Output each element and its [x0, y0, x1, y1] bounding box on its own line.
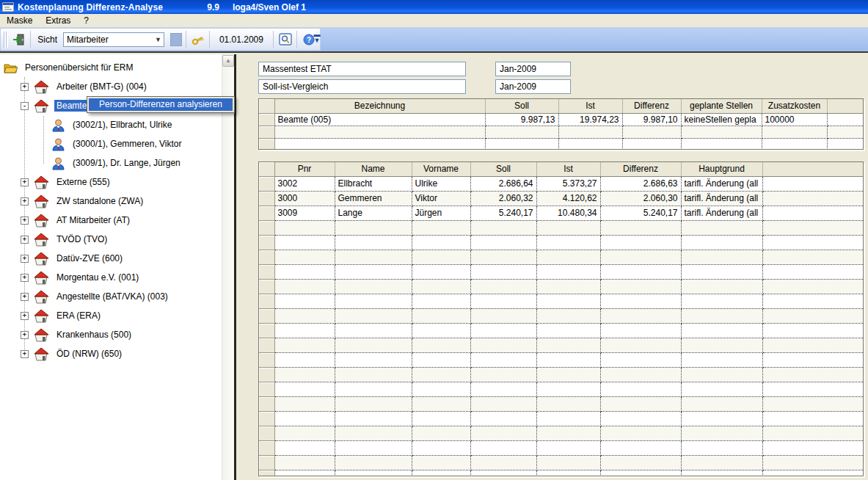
expand-icon[interactable]: +: [21, 236, 29, 244]
empty-row: [259, 338, 864, 352]
col-ist[interactable]: Ist: [536, 162, 600, 176]
col-ist[interactable]: Ist: [558, 99, 622, 113]
tree-item-zw-standalone[interactable]: + ZW standalone (ZWA): [0, 192, 234, 211]
analysis-panel: Bezeichnung Soll Ist Differenz geplante …: [236, 54, 868, 480]
cell-pnr: 3002: [274, 176, 335, 191]
tree-item-externe[interactable]: + Externe (555): [0, 172, 234, 192]
col-hauptgrund[interactable]: Hauptgrund: [681, 162, 762, 176]
tree-person-lange[interactable]: (3009/1), Dr. Lange, Jürgen: [0, 153, 234, 172]
house-icon: [34, 80, 49, 94]
period-to-field[interactable]: [495, 79, 571, 94]
toolbar-overflow-chevron[interactable]: ▬▼: [313, 32, 321, 48]
reference-date[interactable]: 01.01.2009: [214, 34, 269, 45]
tree-item-era[interactable]: + ERA (ERA): [0, 306, 234, 325]
tree-person-label: (3002/1), Ellbracht, Ulrike: [70, 119, 174, 131]
detail-row-3000[interactable]: 3000 Gemmeren Viktor 2.060,32 4.120,62 2…: [259, 191, 864, 206]
expand-icon[interactable]: +: [21, 83, 29, 91]
context-menu-item-analyze[interactable]: Person-Differenzen analysieren: [89, 98, 233, 111]
tree-item-arbeiter[interactable]: + Arbeiter (BMT-G) (004): [0, 77, 234, 96]
detail-row-3009[interactable]: 3009 Lange Jürgen 5.240,17 10.480,34 5.2…: [259, 206, 864, 220]
empty-row: [259, 235, 864, 250]
chevron-down-icon[interactable]: ▼: [152, 33, 164, 46]
col-soll[interactable]: Soll: [470, 162, 536, 176]
summary-row-beamte[interactable]: Beamte (005) 9.987,13 19.974,23 9.987,10…: [259, 113, 864, 126]
tree-scrollbar[interactable]: ▲: [222, 54, 234, 480]
col-pnr[interactable]: Pnr: [274, 162, 335, 176]
menu-bar: Maske Extras ?: [0, 14, 868, 27]
col-empty: [762, 162, 864, 176]
tree-item-angestellte[interactable]: + Angestellte (BAT/VKA) (003): [0, 287, 234, 306]
expand-icon[interactable]: +: [21, 331, 29, 339]
cell-differenz: 2.686,63: [600, 176, 681, 191]
key-button[interactable]: [189, 31, 205, 48]
cell-pnr: 3000: [274, 191, 335, 206]
toolbar-grip[interactable]: [4, 32, 8, 48]
menu-extras[interactable]: Extras: [39, 15, 77, 26]
row-selector[interactable]: [259, 176, 274, 191]
plan-name-field[interactable]: [258, 62, 466, 76]
toolbar-band: Sicht Mitarbeiter ▼ 01.01.2009: [0, 28, 321, 51]
col-geplante-stellen[interactable]: geplante Stellen: [681, 99, 762, 113]
empty-row: [259, 470, 864, 476]
tree-item-root[interactable]: Personenübersicht für ERM: [0, 58, 234, 77]
row-selector[interactable]: [259, 191, 274, 206]
view-combobox[interactable]: Mitarbeiter ▼: [63, 32, 164, 47]
toolbar-separator: [186, 31, 186, 48]
col-vorname[interactable]: Vorname: [412, 162, 470, 176]
cell-name: Lange: [335, 206, 412, 220]
tree-item-label: ÖD (NRW) (650): [54, 348, 124, 360]
expand-icon[interactable]: +: [21, 350, 29, 358]
menu-maske[interactable]: Maske: [0, 15, 39, 26]
empty-row: [259, 396, 864, 411]
folder-icon: [4, 62, 18, 73]
detail-row-3002[interactable]: 3002 Ellbracht Ulrike 2.686,64 5.373,27 …: [259, 176, 864, 191]
tree-item-krankenhaus[interactable]: + Krankenhaus (500): [0, 325, 234, 344]
scroll-up-icon[interactable]: ▲: [222, 55, 234, 67]
collapse-icon[interactable]: -: [21, 102, 29, 110]
cell-hauptgrund: tarifl. Änderung (all: [681, 206, 762, 220]
cell-ist: 10.480,34: [536, 206, 600, 220]
expand-icon[interactable]: +: [21, 255, 29, 263]
expand-icon[interactable]: +: [21, 178, 29, 186]
col-bezeichnung[interactable]: Bezeichnung: [274, 99, 485, 113]
tree-item-at-mitarbeiter[interactable]: + AT Mitarbeiter (AT): [0, 211, 234, 230]
disabled-tool-button[interactable]: [170, 33, 181, 46]
col-name[interactable]: Name: [335, 162, 412, 176]
period-from-field[interactable]: [495, 62, 571, 76]
expand-icon[interactable]: +: [21, 274, 29, 282]
empty-row: [259, 250, 864, 264]
person-icon: [51, 118, 65, 132]
tree-person-gemmeren[interactable]: (3000/1), Gemmeren, Viktor: [0, 134, 234, 153]
tree-root-label: Personenübersicht für ERM: [23, 62, 135, 73]
tree-item-oed-nrw[interactable]: + ÖD (NRW) (650): [0, 344, 234, 363]
col-differenz[interactable]: Differenz: [600, 162, 681, 176]
window-icon: [2, 2, 14, 12]
tree-connector-line: [43, 116, 44, 164]
tree-item-label: Arbeiter (BMT-G) (004): [54, 81, 149, 92]
row-selector-header: [259, 99, 274, 113]
comparison-type-field[interactable]: [258, 79, 466, 94]
expand-icon[interactable]: +: [21, 312, 29, 320]
tree-item-label: ERA (ERA): [54, 310, 103, 321]
tree-item-tvoed[interactable]: + TVÖD (TVO): [0, 230, 234, 249]
cell-name: Ellbracht: [335, 176, 412, 191]
menu-help[interactable]: ?: [77, 15, 95, 26]
col-soll[interactable]: Soll: [485, 99, 558, 113]
col-differenz[interactable]: Differenz: [622, 99, 681, 113]
col-zusatzkosten[interactable]: Zusatzkosten: [762, 99, 827, 113]
preview-button[interactable]: [277, 31, 293, 48]
tree-item-morgentau[interactable]: + Morgentau e.V. (001): [0, 268, 234, 287]
row-selector[interactable]: [259, 206, 274, 220]
cell-differenz: 2.060,30: [600, 191, 681, 206]
house-icon: [34, 328, 49, 342]
expand-icon[interactable]: +: [21, 217, 29, 225]
cell-bezeichnung: Beamte (005): [274, 113, 485, 126]
tree-person-ellbracht[interactable]: (3002/1), Ellbracht, Ulrike: [0, 115, 234, 134]
sicht-label: Sicht: [37, 34, 57, 45]
expand-icon[interactable]: +: [21, 293, 29, 301]
expand-icon[interactable]: +: [21, 197, 29, 206]
exit-button[interactable]: [11, 31, 27, 48]
tree-item-datuev-zve[interactable]: + Datüv-ZVE (600): [0, 249, 234, 268]
toolbar-separator: [296, 31, 297, 48]
row-selector[interactable]: [259, 113, 274, 126]
